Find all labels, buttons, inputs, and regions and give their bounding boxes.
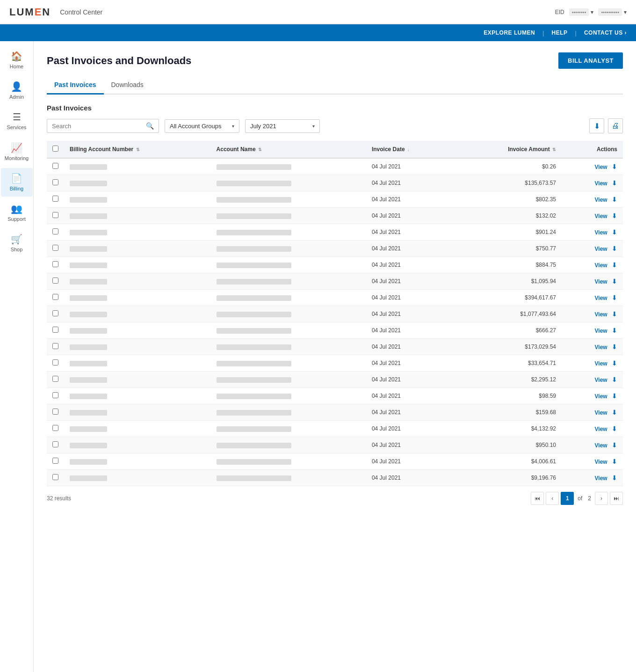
- eid-section: EID •••••••• ▾ •••••••••• ▾: [555, 8, 627, 16]
- download-icon[interactable]: ⬇: [612, 228, 617, 236]
- download-icon[interactable]: ⬇: [612, 310, 617, 318]
- download-icon[interactable]: ⬇: [612, 245, 617, 252]
- row-checkbox[interactable]: [52, 359, 58, 365]
- sidebar-item-home[interactable]: 🏠 Home: [1, 46, 33, 74]
- view-link[interactable]: View: [595, 442, 607, 449]
- sort-amount-icon[interactable]: ⇅: [552, 147, 556, 152]
- view-link[interactable]: View: [595, 409, 607, 416]
- view-link[interactable]: View: [595, 344, 607, 351]
- download-all-button[interactable]: ⬇: [589, 118, 604, 133]
- download-icon[interactable]: ⬇: [612, 359, 617, 367]
- download-icon[interactable]: ⬇: [612, 474, 617, 482]
- row-checkbox[interactable]: [52, 441, 58, 447]
- select-all-checkbox[interactable]: [52, 146, 58, 152]
- bill-analyst-button[interactable]: BILL ANALYST: [558, 52, 623, 69]
- sort-account-icon[interactable]: ⇅: [258, 147, 262, 152]
- download-icon[interactable]: ⬇: [612, 163, 617, 170]
- help-link[interactable]: HELP: [551, 29, 567, 36]
- view-link[interactable]: View: [595, 360, 607, 367]
- sidebar-item-support[interactable]: 👥 Support: [1, 198, 33, 227]
- view-link[interactable]: View: [595, 164, 607, 170]
- print-button[interactable]: 🖨: [608, 118, 623, 133]
- view-link[interactable]: View: [595, 475, 607, 482]
- prev-page-button[interactable]: ‹: [546, 492, 559, 505]
- download-icon[interactable]: ⬇: [612, 196, 617, 203]
- download-icon[interactable]: ⬇: [612, 212, 617, 219]
- view-link[interactable]: View: [595, 295, 607, 301]
- date-dropdown[interactable]: July 2021 ▾: [245, 119, 320, 133]
- row-checkbox[interactable]: [52, 261, 58, 267]
- row-checkbox[interactable]: [52, 327, 58, 333]
- download-icon[interactable]: ⬇: [612, 327, 617, 334]
- sidebar-item-admin[interactable]: 👤 Admin: [1, 76, 33, 105]
- contact-us-link[interactable]: CONTACT US ›: [584, 29, 627, 36]
- view-link[interactable]: View: [595, 229, 607, 236]
- first-page-button[interactable]: ⏮: [531, 492, 544, 505]
- view-link[interactable]: View: [595, 459, 607, 465]
- row-checkbox[interactable]: [52, 458, 58, 464]
- row-checkbox[interactable]: [52, 294, 58, 300]
- download-icon[interactable]: ⬇: [612, 376, 617, 383]
- app-name: Control Center: [60, 8, 555, 16]
- eid-dropdown-1[interactable]: •••••••• ▾: [569, 8, 594, 16]
- invoice-amount: $98.59: [455, 388, 562, 404]
- row-checkbox[interactable]: [52, 212, 58, 218]
- row-checkbox[interactable]: [52, 409, 58, 415]
- view-link[interactable]: View: [595, 426, 607, 432]
- download-icon[interactable]: ⬇: [612, 179, 617, 187]
- search-input[interactable]: [52, 123, 146, 130]
- download-icon[interactable]: ⬇: [612, 409, 617, 416]
- download-icon[interactable]: ⬇: [612, 392, 617, 400]
- sort-billing-icon[interactable]: ⇅: [136, 147, 140, 152]
- billing-icon: 📄: [11, 173, 22, 184]
- page-header: Past Invoices and Downloads BILL ANALYST: [47, 52, 623, 69]
- row-checkbox[interactable]: [52, 425, 58, 431]
- row-checkbox[interactable]: [52, 343, 58, 349]
- eid-dropdown-2[interactable]: •••••••••• ▾: [598, 8, 627, 16]
- download-icon[interactable]: ⬇: [612, 458, 617, 465]
- view-link[interactable]: View: [595, 328, 607, 334]
- next-page-button[interactable]: ›: [595, 492, 608, 505]
- invoice-amount: $750.77: [455, 241, 562, 257]
- row-checkbox-cell: [47, 355, 64, 372]
- sort-date-icon[interactable]: ↓: [407, 147, 410, 152]
- row-checkbox[interactable]: [52, 245, 58, 251]
- download-icon[interactable]: ⬇: [612, 343, 617, 351]
- view-link[interactable]: View: [595, 180, 607, 187]
- row-checkbox[interactable]: [52, 228, 58, 234]
- tab-past-invoices[interactable]: Past Invoices: [47, 76, 104, 95]
- row-checkbox[interactable]: [52, 310, 58, 316]
- sidebar-item-billing[interactable]: 📄 Billing: [1, 168, 33, 197]
- sidebar-item-shop[interactable]: 🛒 Shop: [1, 229, 33, 257]
- search-icon-button[interactable]: 🔍: [146, 122, 154, 130]
- download-icon[interactable]: ⬇: [612, 425, 617, 432]
- sidebar-item-monitoring[interactable]: 📈 Monitoring: [1, 138, 33, 166]
- sidebar-item-services[interactable]: ☰ Services: [1, 107, 33, 135]
- download-icon[interactable]: ⬇: [612, 261, 617, 269]
- view-link[interactable]: View: [595, 377, 607, 383]
- search-box[interactable]: 🔍: [47, 119, 159, 133]
- view-link[interactable]: View: [595, 262, 607, 269]
- row-checkbox[interactable]: [52, 376, 58, 382]
- row-checkbox[interactable]: [52, 179, 58, 185]
- view-link[interactable]: View: [595, 246, 607, 252]
- view-link[interactable]: View: [595, 197, 607, 203]
- explore-lumen-link[interactable]: EXPLORE LUMEN: [484, 29, 535, 36]
- view-link[interactable]: View: [595, 213, 607, 219]
- download-icon[interactable]: ⬇: [612, 294, 617, 301]
- download-icon[interactable]: ⬇: [612, 278, 617, 285]
- account-groups-dropdown[interactable]: All Account Groups ▾: [165, 119, 239, 133]
- download-icon[interactable]: ⬇: [612, 441, 617, 449]
- last-page-button[interactable]: ⏭: [610, 492, 623, 505]
- view-link[interactable]: View: [595, 393, 607, 400]
- row-checkbox[interactable]: [52, 163, 58, 169]
- page-1-button[interactable]: 1: [561, 492, 574, 505]
- row-checkbox[interactable]: [52, 196, 58, 202]
- view-link[interactable]: View: [595, 278, 607, 285]
- view-link[interactable]: View: [595, 311, 607, 318]
- row-checkbox[interactable]: [52, 278, 58, 284]
- account-name: [211, 322, 366, 339]
- row-checkbox[interactable]: [52, 474, 58, 480]
- tab-downloads[interactable]: Downloads: [104, 76, 151, 95]
- row-checkbox[interactable]: [52, 392, 58, 398]
